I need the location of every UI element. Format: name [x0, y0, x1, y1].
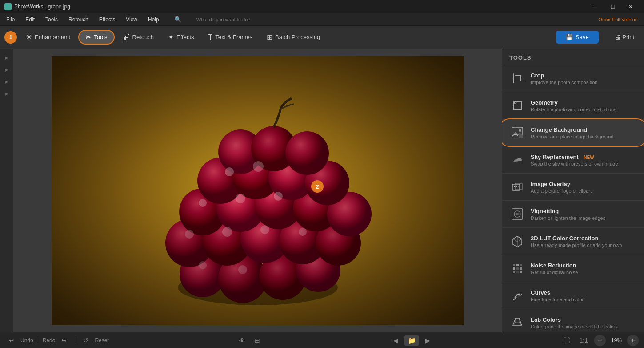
- svg-rect-48: [513, 264, 515, 266]
- next-image-button[interactable]: ▶: [422, 335, 434, 346]
- 3dlut-info: 3D LUT Color Correction Use a ready-made…: [531, 235, 637, 248]
- badge-2: 2: [311, 180, 324, 193]
- enhancement-label: Enhancement: [35, 34, 70, 40]
- sky-info: Sky Replacement NEW Swap the sky with pr…: [531, 154, 637, 166]
- svg-point-57: [515, 296, 517, 299]
- svg-rect-54: [513, 271, 515, 273]
- curves-info: Curves Fine-tune tone and color: [531, 289, 637, 302]
- undo-button[interactable]: ↩: [5, 335, 18, 346]
- vignetting-info: Vignetting Darken or lighten the image e…: [531, 208, 637, 221]
- zoom-in-button[interactable]: +: [627, 335, 639, 346]
- menu-tools[interactable]: Tools: [44, 16, 60, 24]
- changebg-info: Change Background Remove or replace imag…: [531, 126, 637, 139]
- vignetting-title: Vignetting: [531, 208, 637, 214]
- enhancement-icon: ☀: [26, 33, 32, 41]
- sidebar-arrow-3[interactable]: ▶: [3, 77, 10, 86]
- menu-view[interactable]: View: [124, 16, 139, 24]
- svg-point-47: [516, 213, 519, 215]
- compare-button[interactable]: ⊟: [251, 335, 264, 346]
- photo-canvas: [52, 56, 464, 325]
- tool-item-geometry[interactable]: Geometry Rotate the photo and correct di…: [502, 92, 644, 119]
- menu-retouch[interactable]: Retouch: [67, 16, 90, 24]
- sky-desc: Swap the sky with presets or own image: [531, 161, 637, 166]
- retouch-label: Retouch: [132, 34, 154, 40]
- right-panel: TOOLS Crop Improve the photo composition: [502, 49, 644, 332]
- prev-image-button[interactable]: ◀: [390, 335, 402, 346]
- noise-icon: [509, 260, 525, 276]
- enhancement-button[interactable]: ☀ Enhancement: [20, 30, 76, 44]
- tool-item-curves[interactable]: Curves Fine-tune tone and color: [502, 282, 644, 309]
- print-icon: 🖨: [615, 34, 621, 40]
- tool-item-vignetting[interactable]: Vignetting Darken or lighten the image e…: [502, 201, 644, 228]
- tool-item-noise[interactable]: Noise Reduction Get rid of digital noise: [502, 255, 644, 282]
- reset-label: Reset: [95, 337, 108, 344]
- labcolors-desc: Color grade the image or shift the color…: [531, 324, 637, 329]
- changebg-title: Change Background: [531, 126, 637, 133]
- labcolors-info: Lab Colors Color grade the image or shif…: [531, 316, 637, 329]
- search-input[interactable]: What do you want to do?: [195, 16, 252, 23]
- crop-icon: [509, 70, 525, 86]
- menu-file[interactable]: File: [4, 16, 16, 24]
- toolbar: 1 ☀ Enhancement ✂ Tools 🖌 Retouch ✦ Effe…: [0, 26, 644, 49]
- overlay-icon: [509, 179, 525, 195]
- tool-item-labcolors[interactable]: Lab Colors Color grade the image or shif…: [502, 309, 644, 332]
- batch-icon: ⊞: [267, 33, 272, 41]
- save-icon: 💾: [566, 34, 573, 40]
- open-folder-button[interactable]: 📁: [404, 335, 419, 346]
- save-button[interactable]: 💾 Save: [556, 31, 599, 44]
- zoom-out-button[interactable]: −: [594, 335, 606, 346]
- reset-icon[interactable]: ↺: [80, 335, 92, 346]
- 3dlut-title: 3D LUT Color Correction: [531, 235, 637, 242]
- redo-button[interactable]: ↪: [58, 335, 70, 346]
- svg-rect-51: [513, 267, 515, 270]
- minimize-button[interactable]: ─: [586, 0, 604, 13]
- titlebar: PhotoWorks - grape.jpg ─ □ ✕: [0, 0, 644, 13]
- close-button[interactable]: ✕: [622, 0, 640, 13]
- print-label: Print: [622, 34, 634, 40]
- changebg-desc: Remove or replace image background: [531, 134, 637, 139]
- menu-help[interactable]: Help: [146, 16, 161, 24]
- retouch-button[interactable]: 🖌 Retouch: [116, 31, 160, 44]
- svg-point-41: [519, 129, 521, 132]
- svg-rect-52: [516, 267, 519, 270]
- title-left: PhotoWorks - grape.jpg: [4, 3, 70, 10]
- batch-button[interactable]: ⊞ Batch Processing: [260, 30, 326, 44]
- overlay-info: Image Overlay Add a picture, logo or cli…: [531, 181, 637, 194]
- retouch-icon: 🖌: [123, 33, 130, 41]
- effects-button[interactable]: ✦ Effects: [162, 30, 200, 44]
- toolbar-sep: [604, 32, 604, 43]
- print-button[interactable]: 🖨 Print: [610, 31, 640, 44]
- menu-effects[interactable]: Effects: [97, 16, 117, 24]
- sky-new-badge: NEW: [584, 155, 594, 160]
- tools-button[interactable]: ✂ Tools: [78, 30, 114, 45]
- effects-icon: ✦: [168, 33, 174, 41]
- menubar: File Edit Tools Retouch Effects View Hel…: [0, 13, 644, 26]
- canvas-area: 2: [13, 49, 502, 332]
- geometry-desc: Rotate the photo and correct distortions: [531, 107, 637, 112]
- 3dlut-icon: [509, 233, 525, 249]
- menu-edit[interactable]: Edit: [24, 16, 36, 24]
- tools-icon: ✂: [85, 33, 91, 41]
- batch-label: Batch Processing: [275, 34, 320, 40]
- tool-item-3dlut[interactable]: 3D LUT Color Correction Use a ready-made…: [502, 228, 644, 255]
- svg-rect-49: [516, 264, 519, 266]
- sidebar-arrow-4[interactable]: ▶: [3, 89, 10, 98]
- textframes-button[interactable]: T Text & Frames: [202, 31, 259, 44]
- tool-item-changebg[interactable]: Change Background Remove or replace imag…: [502, 119, 644, 146]
- main-area: ▶ ▶ ▶ ▶: [0, 49, 644, 332]
- textframes-label: Text & Frames: [215, 34, 252, 40]
- fit-button[interactable]: 1:1: [576, 335, 592, 346]
- tool-item-skyreplacement[interactable]: Sky Replacement NEW Swap the sky with pr…: [502, 146, 644, 174]
- view-button[interactable]: 👁: [235, 335, 248, 346]
- tool-item-crop[interactable]: Crop Improve the photo composition: [502, 65, 644, 92]
- curves-desc: Fine-tune tone and color: [531, 297, 637, 302]
- sidebar-arrow-2[interactable]: ▶: [3, 65, 10, 74]
- svg-rect-50: [520, 264, 522, 266]
- redo-label: Redo: [43, 337, 56, 344]
- order-full-version[interactable]: Order Full Version: [596, 16, 640, 23]
- fullscreen-button[interactable]: ⛶: [560, 335, 573, 346]
- tool-item-imageoverlay[interactable]: Image Overlay Add a picture, logo or cli…: [502, 174, 644, 201]
- sidebar-arrow-1[interactable]: ▶: [3, 53, 10, 62]
- maximize-button[interactable]: □: [604, 0, 622, 13]
- vignetting-desc: Darken or lighten the image edges: [531, 215, 637, 221]
